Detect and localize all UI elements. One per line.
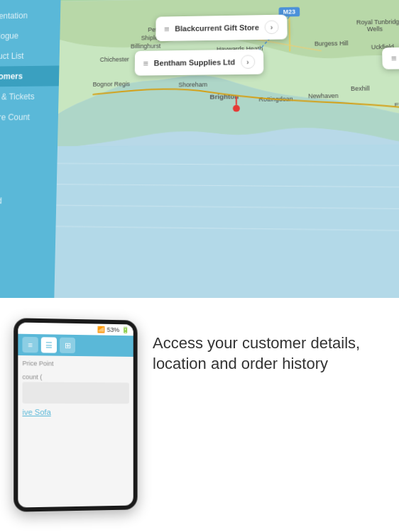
toolbar-grid-icon[interactable]: ⊞ bbox=[60, 338, 75, 353]
small-device: 📶 53% 🔋 ≡ ☰ ⊞ Price Point count ( bbox=[13, 318, 137, 511]
small-device-label: Price Point bbox=[22, 360, 129, 368]
svg-text:Bexhill: Bexhill bbox=[351, 84, 370, 92]
svg-text:Wells: Wells bbox=[367, 25, 383, 32]
top-section: Presentation Catalogue Product List Cust… bbox=[0, 0, 399, 298]
filter-icon-3: ≡ bbox=[391, 53, 397, 64]
map-popup-blackcurrent[interactable]: ≡ Blackcurrent Gift Store › bbox=[155, 15, 287, 42]
bottom-section: 📶 53% 🔋 ≡ ☰ ⊞ Price Point count ( bbox=[0, 298, 399, 532]
count-label: count ( bbox=[22, 373, 129, 381]
list-item-bar bbox=[22, 382, 129, 404]
svg-text:Chichester: Chichester bbox=[100, 56, 129, 63]
sidebar-footer: Policy bbox=[0, 281, 55, 298]
promo-heading: Access your customer details, location a… bbox=[153, 333, 385, 374]
filter-icon-2: ≡ bbox=[143, 58, 149, 69]
sidebar: Presentation Catalogue Product List Cust… bbox=[0, 0, 61, 298]
toolbar-menu-icon[interactable]: ≡ bbox=[22, 337, 38, 353]
svg-text:Burgess Hill: Burgess Hill bbox=[315, 40, 349, 48]
sidebar-item-product-list[interactable]: Product List bbox=[0, 45, 60, 67]
wifi-icon: 📶 bbox=[97, 326, 105, 333]
svg-text:Shoreham: Shoreham bbox=[178, 81, 207, 88]
battery-percent: 53% bbox=[107, 326, 120, 333]
sidebar-item-rms[interactable]: rms bbox=[0, 148, 58, 170]
promo-text-block: Access your customer details, location a… bbox=[153, 319, 385, 374]
svg-text:Bognor Regis: Bognor Regis bbox=[93, 80, 131, 88]
toolbar-list-icon[interactable]: ☰ bbox=[41, 337, 57, 353]
popup-arrow-2[interactable]: › bbox=[241, 55, 255, 69]
map-popup-bentham[interactable]: ≡ Bentham Supplies Ltd › bbox=[135, 49, 263, 75]
battery-icon: 🔋 bbox=[121, 326, 129, 333]
popup-arrow-1[interactable]: › bbox=[265, 20, 279, 34]
svg-text:Billinghurst: Billinghurst bbox=[131, 42, 161, 49]
map-svg: M23 Petersfield Crawley Royal Tunbridge … bbox=[54, 0, 399, 298]
sidebar-item-nboard[interactable]: nboard bbox=[0, 190, 57, 211]
small-device-link[interactable]: ive Sofa bbox=[22, 408, 129, 416]
sidebar-item-customers[interactable]: Customers bbox=[0, 65, 59, 87]
svg-point-28 bbox=[233, 105, 240, 112]
tablet-device: Presentation Catalogue Product List Cust… bbox=[0, 0, 399, 298]
sidebar-item-tray[interactable]: Tray bbox=[0, 170, 57, 191]
filter-icon: ≡ bbox=[164, 23, 169, 33]
map-area: M23 Petersfield Crawley Royal Tunbridge … bbox=[54, 0, 399, 298]
svg-text:Newhaven: Newhaven bbox=[308, 92, 339, 100]
small-device-screen: 📶 53% 🔋 ≡ ☰ ⊞ Price Point count ( bbox=[18, 322, 133, 507]
svg-rect-1 bbox=[54, 144, 399, 298]
sidebar-item-catalogue[interactable]: Catalogue bbox=[0, 25, 60, 46]
tablet-screen: Presentation Catalogue Product List Cust… bbox=[0, 0, 399, 298]
small-device-content: Price Point count ( ive Sofa bbox=[18, 355, 133, 421]
sidebar-item-presentation[interactable]: Presentation bbox=[0, 5, 60, 26]
small-toolbar: ≡ ☰ ⊞ bbox=[18, 334, 133, 357]
sidebar-item-grids[interactable]: Grids & Tickets bbox=[0, 86, 59, 107]
svg-text:M23: M23 bbox=[283, 9, 296, 16]
map-popup-eastb[interactable]: ≡ East B bbox=[382, 47, 399, 70]
sidebar-item-store-count[interactable]: n-Store Count bbox=[0, 106, 58, 128]
sidebar-item-order[interactable]: order bbox=[0, 128, 58, 149]
